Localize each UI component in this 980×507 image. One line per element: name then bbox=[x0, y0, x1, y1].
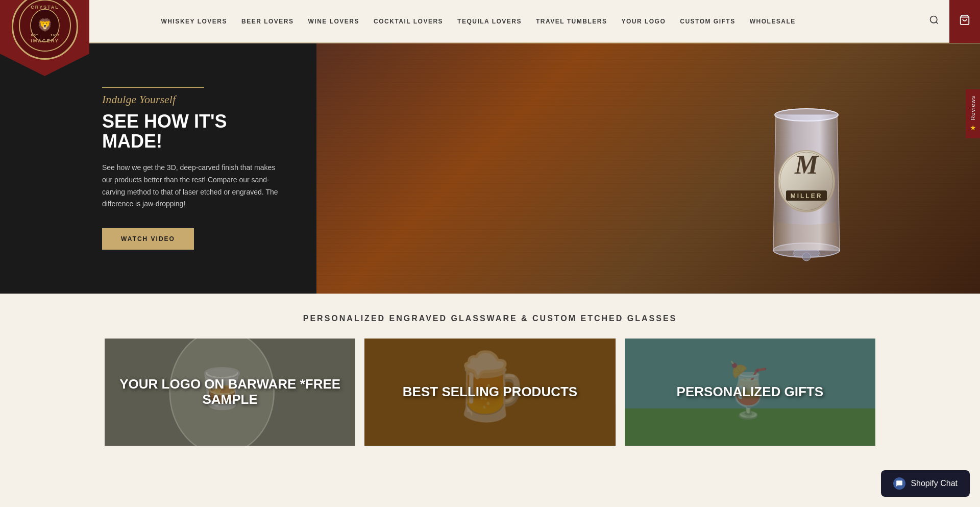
svg-point-7 bbox=[930, 16, 937, 23]
personalized-gifts-bg: 🍹 PERSONALIZED GIFTS bbox=[625, 339, 875, 446]
hero-decorative-line bbox=[102, 87, 204, 88]
reviews-star-icon: ★ bbox=[970, 124, 976, 132]
best-selling-bg: 🍺 BEST SELLING PRODUCTS bbox=[364, 339, 615, 446]
svg-text:IMAGERY: IMAGERY bbox=[31, 38, 59, 43]
svg-point-18 bbox=[802, 253, 811, 261]
nav-wholesale[interactable]: WHOLESALE bbox=[750, 18, 796, 25]
category-cards: 🥃 YOUR LOGO ON BARWARE *FREE SAMPLE 🍺 BE… bbox=[0, 339, 980, 466]
hero-left-panel: Indulge Yourself SEE HOW IT'S MADE! See … bbox=[0, 43, 316, 294]
nav-whiskey-lovers[interactable]: WHISKEY LOVERS bbox=[161, 18, 227, 25]
best-selling-label: BEST SELLING PRODUCTS bbox=[403, 384, 577, 400]
watch-video-button[interactable]: WATCH VIDEO bbox=[102, 228, 194, 250]
header: CRYSTAL 🦁 IMAGERY EST 2012 WHISKEY LOVER… bbox=[0, 0, 980, 43]
nav-your-logo[interactable]: YOUR LOGO bbox=[621, 18, 666, 25]
best-selling-card[interactable]: 🍺 BEST SELLING PRODUCTS bbox=[364, 339, 615, 446]
section-title: PERSONALIZED ENGRAVED GLASSWARE & CUSTOM… bbox=[0, 294, 980, 339]
nav-tequila-lovers[interactable]: TEQUILA LOVERS bbox=[457, 18, 522, 25]
main-nav: WHISKEY LOVERS BEER LOVERS WINE LOVERS C… bbox=[141, 18, 816, 25]
personalized-gifts-card[interactable]: 🍹 PERSONALIZED GIFTS bbox=[625, 339, 875, 446]
reviews-sidebar[interactable]: Reviews ★ bbox=[966, 89, 980, 138]
nav-beer-lovers[interactable]: BEER LOVERS bbox=[241, 18, 294, 25]
your-logo-label: YOUR LOGO ON BARWARE *FREE SAMPLE bbox=[115, 377, 345, 407]
nav-wine-lovers[interactable]: WINE LOVERS bbox=[308, 18, 360, 25]
your-logo-card[interactable]: 🥃 YOUR LOGO ON BARWARE *FREE SAMPLE bbox=[105, 339, 355, 446]
hero-section: Reviews ★ Indulge Yourself SEE HOW IT'S … bbox=[0, 43, 980, 294]
search-button[interactable] bbox=[919, 0, 949, 43]
your-logo-overlay: YOUR LOGO ON BARWARE *FREE SAMPLE bbox=[105, 339, 355, 446]
best-selling-overlay: BEST SELLING PRODUCTS bbox=[364, 339, 615, 446]
personalized-gifts-overlay: PERSONALIZED GIFTS bbox=[625, 339, 875, 446]
svg-text:MILLER: MILLER bbox=[791, 192, 823, 200]
reviews-label: Reviews bbox=[970, 95, 976, 120]
hero-glass-image: M MILLER bbox=[725, 59, 888, 273]
svg-text:EST: EST bbox=[31, 34, 38, 37]
svg-text:2012: 2012 bbox=[51, 34, 59, 37]
svg-text:🦁: 🦁 bbox=[37, 17, 53, 32]
nav-cocktail-lovers[interactable]: COCKTAIL LOVERS bbox=[374, 18, 443, 25]
shopify-chat-button[interactable]: Shopify Chat bbox=[881, 470, 970, 476]
cart-button[interactable] bbox=[949, 0, 980, 43]
lower-section: PERSONALIZED ENGRAVED GLASSWARE & CUSTOM… bbox=[0, 294, 980, 476]
your-logo-bg: 🥃 YOUR LOGO ON BARWARE *FREE SAMPLE bbox=[105, 339, 355, 446]
hero-title: SEE HOW IT'S MADE! bbox=[102, 111, 286, 152]
logo-text: CRYSTAL 🦁 IMAGERY EST 2012 bbox=[17, 0, 73, 55]
nav-travel-tumblers[interactable]: TRAVEL TUMBLERS bbox=[536, 18, 607, 25]
search-icon bbox=[929, 15, 939, 28]
logo-inner: CRYSTAL 🦁 IMAGERY EST 2012 bbox=[12, 0, 78, 60]
cart-icon bbox=[959, 14, 970, 28]
svg-line-8 bbox=[936, 22, 938, 24]
whiskey-glass-svg: M MILLER bbox=[735, 69, 878, 263]
hero-description: See how we get the 3D, deep-carved finis… bbox=[102, 162, 286, 210]
nav-custom-gifts[interactable]: CUSTOM GIFTS bbox=[680, 18, 735, 25]
header-icons bbox=[919, 0, 980, 43]
svg-text:M: M bbox=[794, 150, 819, 179]
hero-right-panel: M MILLER bbox=[316, 43, 980, 294]
hero-tagline: Indulge Yourself bbox=[102, 93, 286, 106]
personalized-gifts-label: PERSONALIZED GIFTS bbox=[677, 384, 823, 400]
svg-point-11 bbox=[775, 109, 838, 121]
